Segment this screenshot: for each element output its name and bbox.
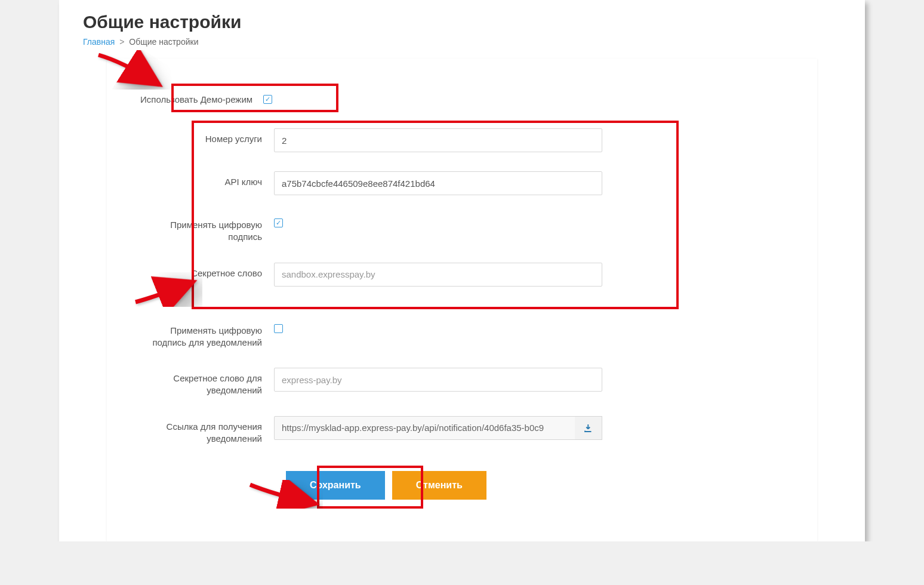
- copy-icon: [583, 423, 594, 433]
- page-title: Общие настройки: [83, 12, 841, 32]
- breadcrumb-current: Общие настройки: [129, 37, 198, 47]
- save-button[interactable]: Сохранить: [286, 471, 385, 500]
- digital-sign-label: Применять цифровую подпись: [137, 214, 274, 244]
- cancel-button[interactable]: Отменить: [392, 471, 486, 500]
- copy-url-button[interactable]: [575, 416, 602, 440]
- service-number-input[interactable]: [274, 128, 602, 152]
- notify-sign-checkbox[interactable]: ✓: [274, 324, 283, 333]
- notify-url-label: Ссылка для получения уведомлений: [137, 416, 274, 445]
- demo-mode-checkbox[interactable]: ✓: [263, 95, 272, 104]
- breadcrumb-separator: >: [119, 37, 124, 47]
- notify-secret-input[interactable]: [274, 368, 602, 392]
- notify-url-input[interactable]: [274, 416, 602, 440]
- breadcrumb: Главная > Общие настройки: [83, 37, 841, 47]
- api-key-label: API ключ: [137, 171, 274, 188]
- notify-secret-label: Секретное слово для уведомлений: [137, 368, 274, 397]
- secret-word-label: Секретное слово: [137, 263, 274, 279]
- breadcrumb-home[interactable]: Главная: [83, 37, 115, 47]
- secret-word-input[interactable]: [274, 263, 602, 287]
- notify-sign-label: Применять цифровую подпись для уведомлен…: [137, 320, 274, 349]
- digital-sign-checkbox[interactable]: ✓: [274, 218, 283, 227]
- service-number-label: Номер услуги: [137, 128, 274, 145]
- demo-mode-label: Использовать Демо-режим: [140, 94, 263, 104]
- api-key-input[interactable]: [274, 171, 602, 195]
